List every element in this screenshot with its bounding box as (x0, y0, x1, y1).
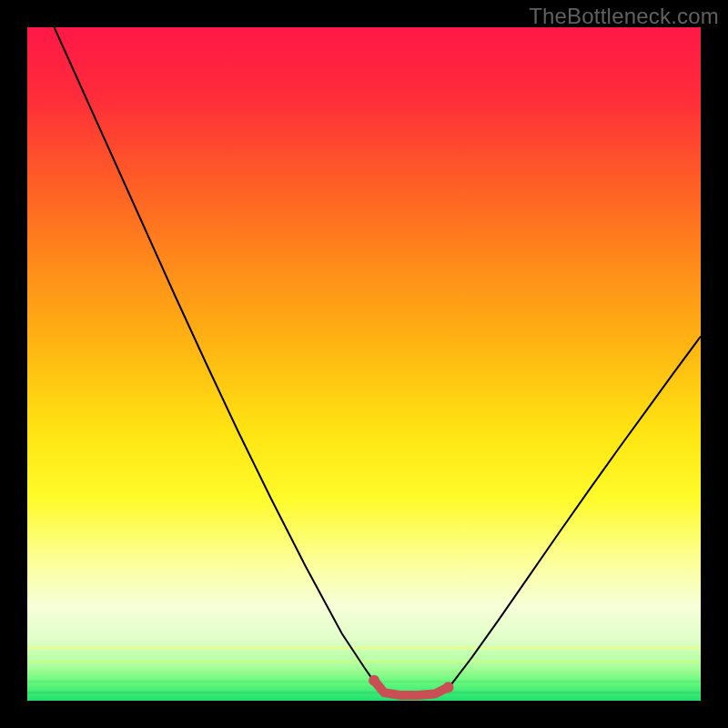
svg-rect-1 (27, 661, 701, 663)
watermark-text: TheBottleneck.com (529, 4, 719, 29)
svg-point-6 (443, 682, 454, 693)
svg-rect-0 (27, 647, 701, 650)
plot-area (27, 27, 701, 701)
chart-frame: TheBottleneck.com (0, 0, 728, 728)
svg-point-5 (369, 675, 379, 686)
svg-rect-3 (27, 681, 701, 683)
gradient-background (27, 27, 701, 701)
bottleneck-plot (27, 27, 701, 701)
svg-rect-2 (27, 671, 701, 673)
svg-rect-4 (27, 692, 701, 694)
